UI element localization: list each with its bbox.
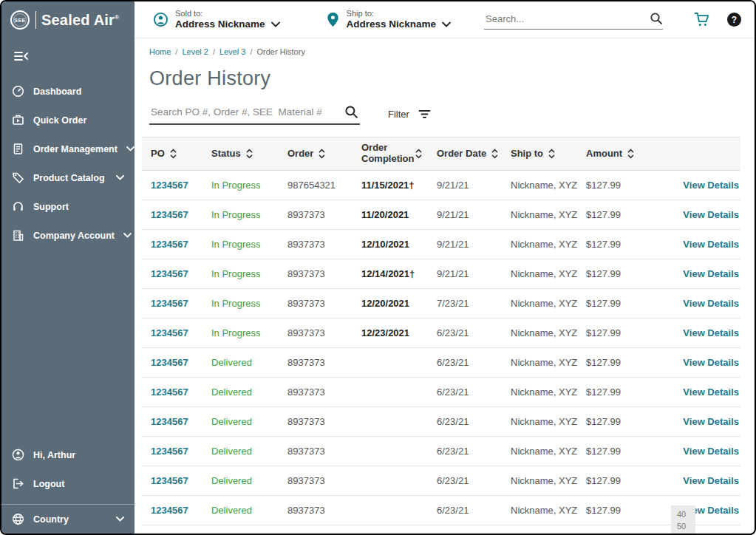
- view-details-link[interactable]: View Details: [683, 446, 740, 457]
- status-text: Delivered: [211, 357, 287, 368]
- amount: $127.99: [586, 298, 659, 309]
- column-header-ship-to[interactable]: Ship to: [511, 149, 586, 160]
- breadcrumb-level3[interactable]: Level 3: [219, 47, 245, 56]
- table-row: 1234567 In Progress 8937373 11/20/2021 9…: [142, 200, 740, 230]
- sidebar-nav: Dashboard Quick Order: [1, 69, 134, 250]
- po-link[interactable]: 1234567: [142, 416, 211, 427]
- order-number: 8937373: [287, 386, 361, 398]
- column-header-status[interactable]: Status: [211, 149, 287, 160]
- order-number: 8937373: [287, 239, 361, 250]
- page-size-option-50[interactable]: 50: [677, 520, 695, 532]
- po-link[interactable]: 1234567: [142, 475, 211, 486]
- breadcrumb: Home / Level 2 / Level 3 / Order History: [149, 47, 740, 56]
- view-details-link[interactable]: View Details: [683, 327, 740, 338]
- order-date: 6/23/21: [437, 475, 511, 486]
- filter-label: Filter: [388, 109, 409, 120]
- column-header-amount[interactable]: Amount: [586, 149, 659, 160]
- po-link[interactable]: 1234567: [142, 327, 211, 338]
- view-details-link[interactable]: View Details: [683, 239, 740, 250]
- order-completion-date: 11/20/2021: [361, 209, 437, 220]
- po-link[interactable]: 1234567: [142, 239, 211, 250]
- po-link[interactable]: 1234567: [142, 180, 211, 191]
- status-text: In Progress: [211, 298, 287, 309]
- collapse-sidebar-icon[interactable]: [13, 50, 29, 62]
- po-link[interactable]: 1234567: [142, 357, 211, 368]
- view-details-link[interactable]: View Details: [683, 180, 740, 191]
- globe-icon: [12, 513, 24, 525]
- amount: $127.99: [586, 446, 659, 457]
- brand-logo[interactable]: SEE Sealed Air®: [1, 1, 134, 38]
- column-header-order[interactable]: Order: [287, 149, 361, 160]
- ship-to-nickname: Nickname, XYZ: [511, 180, 586, 191]
- view-details-link[interactable]: View Details: [683, 386, 740, 398]
- help-icon[interactable]: ?: [727, 13, 741, 27]
- sort-icon[interactable]: [319, 149, 325, 159]
- cart-icon[interactable]: [694, 12, 711, 27]
- breadcrumb-home[interactable]: Home: [149, 47, 171, 56]
- order-search-input[interactable]: [149, 103, 360, 125]
- column-header-po[interactable]: PO: [142, 149, 211, 160]
- order-completion-date: 11/15/2021†: [361, 180, 437, 191]
- table-header-row: PO Status Order Order Completion: [142, 137, 740, 171]
- po-link[interactable]: 1234567: [142, 298, 211, 309]
- view-details-link[interactable]: View Details: [683, 357, 740, 368]
- brand-name: Sealed Air®: [41, 12, 119, 29]
- order-date: 9/21/21: [437, 239, 511, 250]
- amount: $127.99: [586, 239, 659, 250]
- breadcrumb-level2[interactable]: Level 2: [182, 47, 208, 56]
- sidebar-item-product-catalog[interactable]: Product Catalog: [1, 163, 134, 192]
- sort-icon[interactable]: [246, 149, 253, 159]
- column-header-order-date[interactable]: Order Date: [437, 149, 511, 160]
- po-link[interactable]: 1234567: [142, 446, 211, 457]
- order-date: 6/23/21: [437, 505, 511, 516]
- view-details-link[interactable]: View Details: [683, 298, 740, 309]
- page-title: Order History: [149, 67, 740, 90]
- page-size-option-40[interactable]: 40: [677, 508, 695, 520]
- view-details-link[interactable]: View Details: [683, 475, 740, 486]
- order-date: 9/21/21: [437, 268, 511, 279]
- ship-to-nickname: Nickname, XYZ: [511, 209, 586, 220]
- order-date: 7/23/21: [437, 298, 511, 309]
- ship-to-selector[interactable]: Ship to: Address Nickname: [326, 9, 452, 30]
- global-search-input[interactable]: [484, 10, 663, 30]
- order-number: 8937373: [287, 446, 361, 457]
- sidebar-item-order-management[interactable]: Order Management: [1, 134, 134, 163]
- sidebar-item-quick-order[interactable]: Quick Order: [1, 106, 134, 134]
- po-link[interactable]: 1234567: [142, 505, 211, 516]
- sort-icon[interactable]: [548, 149, 555, 159]
- view-details-link[interactable]: View Details: [683, 416, 740, 427]
- order-date: 9/21/21: [437, 209, 511, 220]
- sidebar-item-logout[interactable]: Logout: [1, 469, 134, 498]
- po-link[interactable]: 1234567: [142, 386, 211, 398]
- amount: $127.99: [586, 416, 659, 427]
- sort-icon[interactable]: [491, 149, 498, 159]
- po-link[interactable]: 1234567: [142, 268, 211, 279]
- status-text: Delivered: [211, 416, 287, 427]
- status-text: Delivered: [211, 475, 287, 486]
- logo-divider: [35, 11, 36, 29]
- user-icon: [12, 449, 24, 461]
- order-date: 6/23/21: [437, 357, 511, 368]
- ship-to-nickname: Nickname, XYZ: [511, 239, 586, 250]
- sold-to-selector[interactable]: Sold to: Address Nickname: [153, 9, 280, 30]
- sidebar-item-support[interactable]: Support: [1, 192, 134, 221]
- sort-icon[interactable]: [415, 149, 422, 159]
- sidebar-item-label: Order Management: [33, 144, 118, 154]
- ship-to-nickname: Nickname, XYZ: [511, 327, 586, 338]
- sidebar-item-dashboard[interactable]: Dashboard: [1, 77, 134, 106]
- search-icon[interactable]: [344, 105, 358, 119]
- po-link[interactable]: 1234567: [142, 209, 211, 220]
- search-icon[interactable]: [650, 12, 663, 25]
- filter-button[interactable]: Filter: [388, 109, 431, 120]
- chevron-down-icon: [123, 233, 132, 238]
- sidebar-item-label: Product Catalog: [33, 173, 105, 183]
- view-details-link[interactable]: View Details: [683, 209, 740, 220]
- sort-icon[interactable]: [627, 149, 634, 159]
- sidebar-item-company-account[interactable]: Company Account: [1, 221, 134, 250]
- sidebar-item-country[interactable]: Country: [1, 505, 134, 534]
- sort-icon[interactable]: [170, 149, 177, 159]
- view-details-link[interactable]: View Details: [683, 268, 740, 279]
- sidebar-item-user-greeting[interactable]: Hi, Arthur: [1, 440, 134, 469]
- column-header-order-completion[interactable]: Order Completion: [361, 143, 437, 165]
- status-text: Delivered: [211, 386, 287, 398]
